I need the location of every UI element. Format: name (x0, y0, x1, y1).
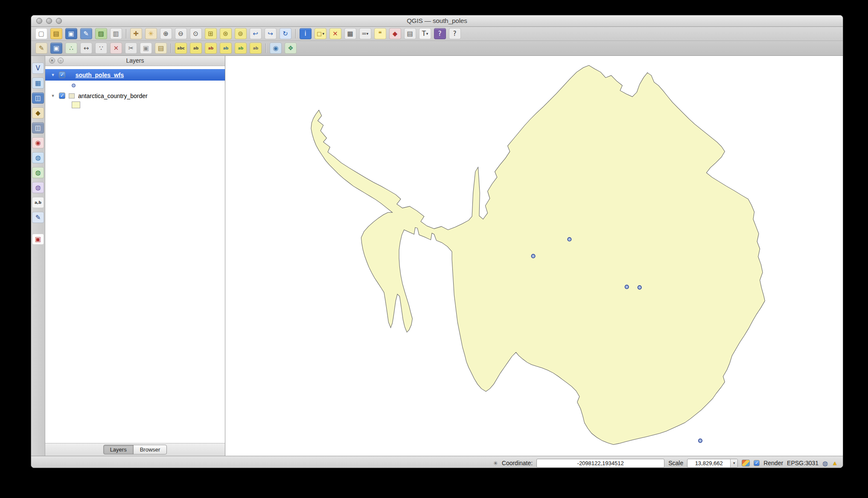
layers-panel-title: Layers (126, 57, 144, 64)
cut-features-button[interactable]: ✂ (125, 43, 137, 54)
add-postgis-layer-button[interactable]: ◫ (32, 93, 44, 104)
plugin-layers-button[interactable]: ❖ (285, 43, 297, 54)
point-legend-symbol[interactable] (72, 84, 76, 87)
toolbar-separator (265, 43, 266, 53)
new-print-composer-button[interactable]: ▥ (110, 28, 122, 39)
polygon-legend-swatch[interactable] (72, 101, 80, 108)
antarctica-polygon (311, 65, 765, 444)
save-as-image-button[interactable]: ▨ (95, 28, 107, 39)
tab-browser[interactable]: Browser (133, 445, 167, 455)
show-hide-labels-button[interactable]: ab (235, 43, 247, 54)
show-bookmarks-button[interactable]: ▤ (404, 28, 416, 39)
panel-float-button[interactable]: ◦ (58, 58, 64, 64)
panel-close-button[interactable]: ✕ (49, 58, 55, 64)
layer-row-antarctica-country-border[interactable]: ▾ ✓ antarctica_country_border (45, 90, 225, 101)
map-point (699, 439, 702, 442)
zoom-full-button[interactable]: ⊞ (205, 28, 217, 39)
delete-selected-button[interactable]: ✕ (110, 43, 122, 54)
zoom-button[interactable] (56, 18, 62, 24)
layers-panel-header: ✕ ◦ Layers (45, 56, 225, 66)
crs-label[interactable]: EPSG:3031 (787, 460, 818, 466)
layer-visibility-checkbox[interactable]: ✓ (59, 72, 65, 78)
window-title: QGIS — south_poles (31, 15, 843, 26)
scale-value: 13,829,662 (687, 460, 730, 466)
layer-visibility-checkbox[interactable]: ✓ (59, 93, 65, 99)
add-oracle-layer-button[interactable]: ◉ (32, 137, 44, 148)
node-tool-button[interactable]: ∵ (95, 43, 107, 54)
copy-features-button[interactable]: ▣ (140, 43, 152, 54)
add-raster-layer-button[interactable]: ▦ (32, 78, 44, 89)
render-checkbox[interactable]: ✓ (754, 460, 760, 466)
disclosure-triangle-icon[interactable]: ▾ (50, 93, 55, 98)
rotate-label-button[interactable]: ab (205, 43, 217, 54)
new-project-button[interactable]: ▢ (35, 28, 47, 39)
attributes-toolbar-group: i ◻▾ ✕ ▦ ═▾ (300, 28, 461, 39)
map-canvas[interactable] (225, 56, 843, 456)
add-vector-layer-button[interactable]: V (32, 63, 44, 74)
main-area: V ▦ ◫ ◆ ◫ (31, 56, 843, 456)
add-wfs-layer-button[interactable]: ◍ (32, 182, 44, 193)
layer-row-south-poles-wfs[interactable]: ▾ ✓ ∴ south_poles_wfs (45, 69, 225, 81)
zoom-out-button[interactable]: ⊖ (175, 28, 187, 39)
save-edits-button[interactable]: ▣ (50, 43, 62, 54)
open-attribute-table-button[interactable]: ▦ (344, 28, 356, 39)
identify-features-button[interactable]: i (300, 28, 312, 39)
pin-label-button[interactable]: ab (220, 43, 232, 54)
disclosure-triangle-icon[interactable]: ▾ (50, 72, 55, 78)
map-tips-button[interactable]: ❝ (374, 28, 386, 39)
remove-layer-button[interactable]: ▣ (32, 234, 44, 245)
pan-to-selection-button[interactable]: ✳ (145, 28, 157, 39)
scale-label: Scale (668, 460, 683, 466)
text-annotation-button[interactable]: T▾ (419, 28, 431, 39)
zoom-next-button[interactable]: ↪ (265, 28, 277, 39)
web-globe-button[interactable]: ◉ (270, 43, 282, 54)
move-feature-button[interactable]: ↔ (80, 43, 92, 54)
pan-map-button[interactable]: ✚ (130, 28, 142, 39)
select-features-button[interactable]: ◻▾ (315, 28, 326, 39)
labeling-button[interactable]: abc (175, 43, 187, 54)
help-contents-button[interactable]: ? (434, 28, 446, 39)
status-marker-icon: ✳ (493, 460, 498, 466)
coordinate-input[interactable] (536, 459, 664, 468)
title-bar[interactable]: QGIS — south_poles (31, 15, 843, 27)
add-feature-button[interactable]: ∴ (65, 43, 77, 54)
log-messages-icon[interactable]: ▲ (832, 460, 838, 466)
zoom-to-selection-button[interactable]: ⊛ (220, 28, 232, 39)
add-delimited-text-button[interactable]: a,b (32, 197, 44, 208)
desktop: QGIS — south_poles ▢ ▤ ▣ (0, 0, 868, 498)
deselect-features-button[interactable]: ✕ (329, 28, 341, 39)
render-palette-icon[interactable] (742, 460, 750, 466)
close-button[interactable] (36, 18, 42, 24)
scale-dropdown-icon[interactable]: ▾ (730, 459, 737, 467)
minimize-button[interactable] (46, 18, 52, 24)
add-mssql-layer-button[interactable]: ◫ (32, 122, 44, 133)
open-project-button[interactable]: ▤ (50, 28, 62, 39)
file-toolbar-group: ▢ ▤ ▣ ✎ ▨ (35, 28, 122, 39)
refresh-map-button[interactable]: ↻ (280, 28, 291, 39)
toggle-editing-button[interactable]: ✎ (35, 43, 47, 54)
toolbar-separator (295, 29, 296, 38)
crs-status-icon[interactable]: ◍ (822, 460, 828, 466)
layer-tree: ▾ ✓ ∴ south_poles_wfs ▾ ✓ (45, 66, 225, 443)
layer-label[interactable]: south_poles_wfs (76, 72, 124, 78)
check-icon: ✓ (60, 72, 64, 77)
layer-label[interactable]: antarctica_country_border (78, 93, 148, 99)
new-shapefile-layer-button[interactable]: ✎ (32, 212, 44, 223)
add-wms-layer-button[interactable]: ◍ (32, 152, 44, 163)
measure-button[interactable]: ═▾ (359, 28, 371, 39)
zoom-in-button[interactable]: ⊕ (160, 28, 172, 39)
paste-features-button[interactable]: ▤ (155, 43, 167, 54)
move-label-button[interactable]: ab (190, 43, 202, 54)
zoom-last-button[interactable]: ↩ (250, 28, 262, 39)
zoom-actual-size-button[interactable]: ⊙ (190, 28, 202, 39)
add-wcs-layer-button[interactable]: ◍ (32, 167, 44, 178)
scale-combo[interactable]: 13,829,662 ▾ (687, 459, 738, 468)
tab-layers[interactable]: Layers (103, 445, 134, 455)
new-bookmark-button[interactable]: ◆ (389, 28, 401, 39)
add-spatialite-layer-button[interactable]: ◆ (32, 107, 44, 119)
zoom-to-layer-button[interactable]: ⊚ (235, 28, 247, 39)
save-project-button[interactable]: ▣ (65, 28, 77, 39)
change-label-button[interactable]: ab (250, 43, 262, 54)
save-project-as-button[interactable]: ✎ (80, 28, 92, 39)
whats-this-button[interactable]: ? (449, 28, 461, 39)
